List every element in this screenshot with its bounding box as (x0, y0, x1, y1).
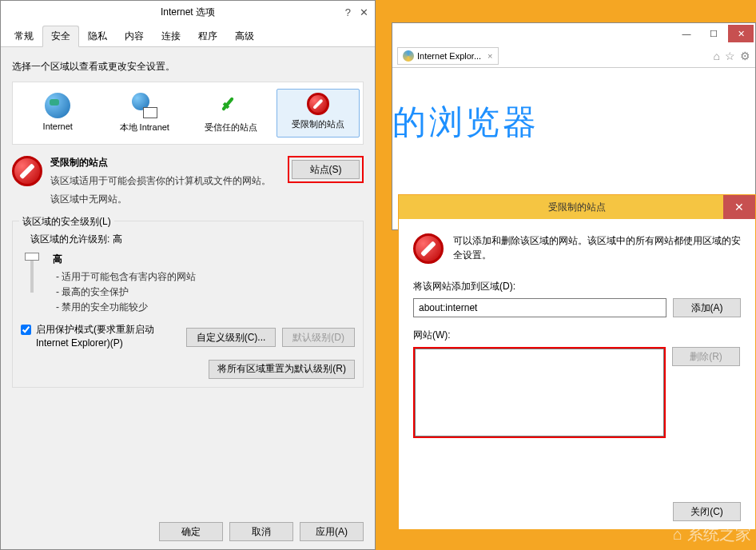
sites-list-label: 网站(W): (413, 329, 741, 342)
tab-programs[interactable]: 程序 (189, 26, 226, 47)
ie-toolbar-icons: ⌂ ☆ ⚙ (714, 50, 750, 62)
close-dialog-button[interactable]: ✕ (360, 6, 368, 18)
ie-page-heading: 的浏览器 (392, 100, 755, 145)
watermark-logo-icon: ⌂ (673, 525, 682, 544)
zone-detail-desc2: 该区域中无网站。 (50, 193, 280, 206)
dialog-titlebar: Internet 选项 ? ✕ (1, 1, 375, 23)
level-slider[interactable] (21, 253, 43, 301)
help-button[interactable]: ? (345, 6, 351, 18)
sites-button[interactable]: 站点(S) (292, 160, 360, 179)
restricted-sites-dialog: 受限制的站点 ✕ 可以添加和删除该区域的网站。该区域中的所有网站都使用区域的安全… (398, 194, 756, 530)
group-legend: 该区域的安全级别(L) (19, 215, 114, 229)
ok-button[interactable]: 确定 (159, 522, 223, 541)
zone-detail-name: 受限制的站点 (50, 156, 280, 169)
zone-intranet[interactable]: 本地 Intranet (103, 89, 187, 138)
zones-list: Internet 本地 Intranet 受信任的站点 受限制的站点 (12, 82, 364, 145)
zone-restricted[interactable]: 受限制的站点 (277, 89, 360, 138)
tab-connections[interactable]: 连接 (153, 26, 189, 47)
add-site-label: 将该网站添加到区域(D): (413, 280, 741, 293)
zone-trusted[interactable]: 受信任的站点 (189, 89, 273, 138)
ie-logo-icon (403, 50, 414, 62)
reset-zones-button[interactable]: 将所有区域重置为默认级别(R) (209, 360, 355, 379)
zone-label: Internet (43, 122, 73, 131)
restricted-icon (12, 156, 42, 186)
tab-advanced[interactable]: 高级 (226, 26, 263, 47)
add-button[interactable]: 添加(A) (673, 298, 741, 317)
tab-privacy[interactable]: 隐私 (79, 26, 116, 47)
default-level-button[interactable]: 默认级别(D) (282, 328, 355, 347)
level-bullet: - 适用于可能包含有害内容的网站 (56, 269, 355, 285)
ie-titlebar: — ☐ ✕ (392, 23, 755, 44)
restricted-icon (307, 93, 329, 115)
sites-listbox[interactable] (415, 349, 664, 436)
zone-detail: 受限制的站点 该区域适用于可能会损害你的计算机或文件的网站。 该区域中无网站。 … (12, 156, 364, 211)
zone-instruction: 选择一个区域以查看或更改安全设置。 (12, 60, 364, 74)
zone-detail-desc1: 该区域适用于可能会损害你的计算机或文件的网站。 (50, 174, 280, 188)
custom-level-button[interactable]: 自定义级别(C)... (186, 328, 277, 347)
close-tab-icon[interactable]: × (487, 51, 492, 61)
gear-icon[interactable]: ⚙ (740, 50, 750, 62)
close-restricted-button[interactable]: ✕ (723, 195, 755, 219)
ie-content: 的浏览器 (392, 68, 755, 145)
globe-monitor-icon (132, 93, 157, 118)
zone-label: 本地 Intranet (120, 122, 169, 132)
remove-button[interactable]: 删除(R) (672, 347, 740, 366)
tab-general[interactable]: 常规 (6, 26, 42, 47)
security-level-group: 该区域的安全级别(L) 该区域的允许级别: 高 高 - 适用于可能包含有害内容的… (12, 221, 364, 388)
dialog-body: 选择一个区域以查看或更改安全设置。 Internet 本地 Intranet 受… (1, 47, 375, 401)
level-bullet: - 最高的安全保护 (56, 285, 355, 300)
protect-mode-label: 启用保护模式(要求重新启动 Internet Explorer)(P) (36, 323, 181, 350)
ie-tab-strip: Internet Explor... × ⌂ ☆ ⚙ (392, 44, 755, 68)
internet-options-dialog: Internet 选项 ? ✕ 常规 安全 隐私 内容 连接 程序 高级 选择一… (0, 0, 376, 550)
tab-content[interactable]: 内容 (116, 26, 153, 47)
add-site-input[interactable] (413, 298, 666, 317)
dialog-title: Internet 选项 (161, 6, 215, 19)
watermark-text: 系统之家 (687, 524, 751, 545)
protect-mode-checkbox[interactable] (21, 325, 31, 335)
maximize-button[interactable]: ☐ (701, 25, 726, 42)
zone-label: 受限制的站点 (292, 119, 344, 129)
watermark: ⌂ 系统之家 (673, 524, 751, 545)
ie-tab[interactable]: Internet Explor... × (397, 47, 499, 65)
restricted-icon (413, 233, 444, 264)
zone-label: 受信任的站点 (205, 122, 257, 132)
globe-icon (45, 93, 70, 118)
allowed-level: 该区域的允许级别: 高 (30, 233, 355, 246)
restricted-desc: 可以添加和删除该区域的网站。该区域中的所有网站都使用区域的安全设置。 (453, 233, 741, 264)
home-icon[interactable]: ⌂ (714, 50, 720, 62)
cancel-button[interactable]: 取消 (229, 522, 293, 541)
check-icon (218, 93, 244, 118)
dialog-bottom-buttons: 确定 取消 应用(A) (159, 522, 364, 541)
restricted-info: 可以添加和删除该区域的网站。该区域中的所有网站都使用区域的安全设置。 (413, 233, 741, 264)
options-tabs: 常规 安全 隐私 内容 连接 程序 高级 (1, 23, 375, 47)
close-button[interactable]: ✕ (728, 25, 754, 42)
tab-security[interactable]: 安全 (42, 26, 79, 47)
restricted-title: 受限制的站点 (548, 201, 606, 214)
level-name: 高 (53, 253, 355, 266)
apply-button[interactable]: 应用(A) (300, 522, 364, 541)
favorites-icon[interactable]: ☆ (725, 50, 735, 62)
restricted-titlebar: 受限制的站点 ✕ (399, 195, 755, 219)
minimize-button[interactable]: — (674, 25, 699, 42)
ie-tab-label: Internet Explor... (417, 51, 481, 61)
close-restricted-dialog-button[interactable]: 关闭(C) (673, 502, 741, 521)
level-bullet: - 禁用的安全功能较少 (56, 300, 355, 315)
zone-internet[interactable]: Internet (16, 89, 100, 138)
